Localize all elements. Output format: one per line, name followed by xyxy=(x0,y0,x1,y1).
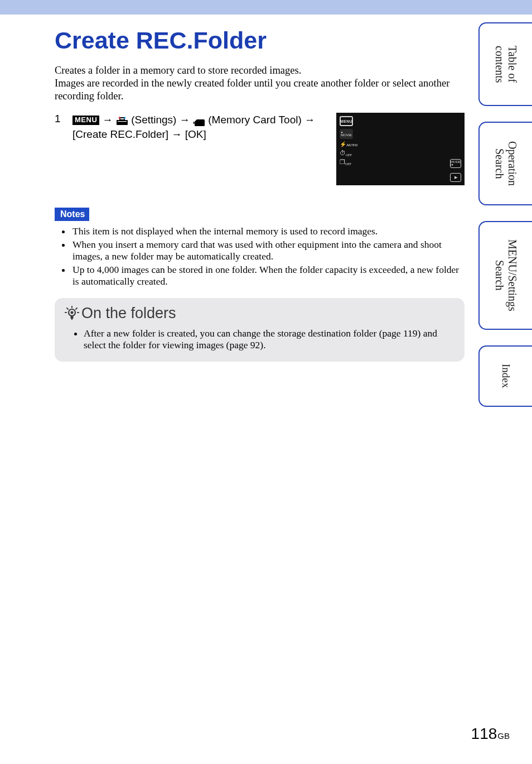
thumb-burst-icon: ❐OFF xyxy=(340,159,357,165)
svg-rect-5 xyxy=(195,119,205,126)
note-item: Up to 4,000 images can be stored in one … xyxy=(71,264,465,288)
tab-menu-settings-search[interactable]: MENU/Settings Search xyxy=(478,221,532,330)
notes-list: This item is not displayed when the inte… xyxy=(55,225,465,288)
memory-card-icon xyxy=(193,116,205,124)
step-text-settings: (Settings) xyxy=(131,114,180,126)
tab-menu-label: MENU/Settings Search xyxy=(493,230,519,320)
thumb-timer-icon: ⏱OFF xyxy=(340,150,357,156)
tip-heading: On the folders xyxy=(65,305,454,322)
thumb-right-icons: MODEi● ▶ xyxy=(450,159,461,182)
thumb-menu-icon: MENU xyxy=(340,116,353,126)
page-number-value: 118 xyxy=(471,725,497,743)
arrow-icon: → xyxy=(171,128,182,140)
step-text-ok: [OK] xyxy=(185,128,206,140)
svg-line-11 xyxy=(76,308,77,309)
settings-toolbox-icon xyxy=(116,115,128,124)
tab-toc[interactable]: Table of contents xyxy=(478,22,532,106)
procedure-step: 1 MENU → (Settings) → xyxy=(55,113,465,185)
page-number-suffix: GB xyxy=(497,731,510,741)
note-item: This item is not displayed when the inte… xyxy=(71,225,465,238)
side-tabs: Table of contents Operation Search MENU/… xyxy=(478,22,532,407)
svg-rect-16 xyxy=(71,316,74,319)
tip-panel: On the folders After a new folder is cre… xyxy=(55,298,465,362)
step-text-create: [Create REC.Folder] xyxy=(72,128,171,140)
arrow-icon: → xyxy=(180,114,190,126)
camera-screen-thumbnail: MENU ●MOVIE ⚡AUTO ⏱OFF ❐OFF MODEi● ▶ xyxy=(336,113,465,185)
lightbulb-icon xyxy=(65,306,79,320)
note-item: When you insert a memory card that was u… xyxy=(71,239,465,263)
thumb-movie-icon: ●MOVIE xyxy=(340,129,353,139)
svg-point-15 xyxy=(71,311,74,314)
thumb-left-icons: MENU ●MOVIE ⚡AUTO ⏱OFF ❐OFF xyxy=(340,116,357,165)
notes-heading: Notes xyxy=(55,208,89,221)
thumb-mode-icon: MODEi● xyxy=(450,159,461,168)
step-text-memcard: (Memory Card Tool) xyxy=(208,114,304,126)
thumb-flash-icon: ⚡AUTO xyxy=(340,142,357,147)
thumb-play-icon: ▶ xyxy=(450,173,461,182)
tab-toc-label: Table of contents xyxy=(493,36,519,93)
tip-title-text: On the folders xyxy=(81,305,176,322)
tip-body-list: After a new folder is created, you can c… xyxy=(65,328,454,352)
step-instruction: MENU → (Settings) → xyxy=(72,113,327,141)
page-content: Create REC.Folder Creates a folder in a … xyxy=(55,17,465,362)
svg-rect-3 xyxy=(118,117,120,119)
svg-rect-0 xyxy=(117,120,128,125)
svg-line-10 xyxy=(67,308,68,309)
svg-rect-2 xyxy=(120,118,124,120)
top-accent-band xyxy=(0,0,532,15)
tab-index[interactable]: Index xyxy=(478,345,532,407)
arrow-icon: → xyxy=(304,114,315,126)
tip-item: After a new folder is created, you can c… xyxy=(84,328,454,352)
tab-operation-search[interactable]: Operation Search xyxy=(478,122,532,205)
step-number: 1 xyxy=(55,113,64,125)
arrow-icon: → xyxy=(103,114,113,126)
svg-point-17 xyxy=(71,319,72,320)
page-number: 118 GB xyxy=(471,725,510,743)
menu-button-icon: MENU xyxy=(72,116,99,125)
svg-rect-1 xyxy=(118,121,127,122)
tab-index-label: Index xyxy=(500,354,512,398)
intro-paragraph: Creates a folder in a memory card to sto… xyxy=(55,64,465,103)
svg-rect-4 xyxy=(124,117,126,119)
tab-op-label: Operation Search xyxy=(493,131,519,196)
page-title: Create REC.Folder xyxy=(55,27,465,54)
